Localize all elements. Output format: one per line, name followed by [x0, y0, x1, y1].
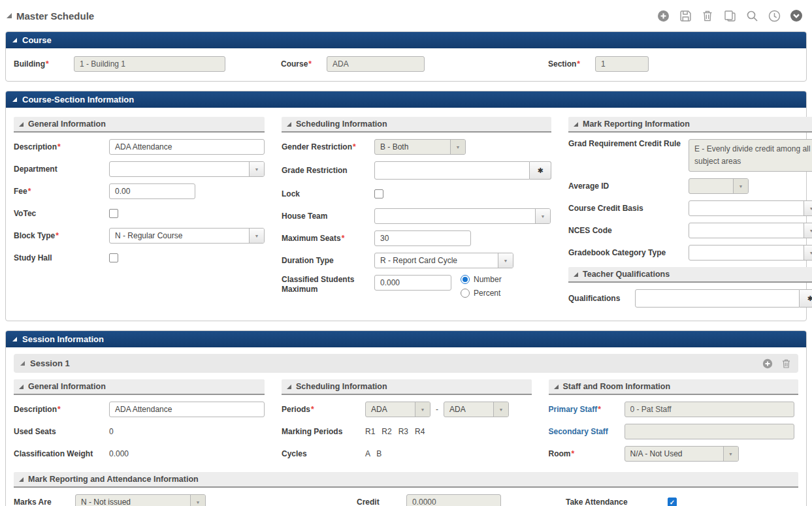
- votec-checkbox[interactable]: [109, 209, 118, 218]
- session-1-header[interactable]: Session 1: [14, 354, 798, 373]
- grade-restriction-label: Grade Restriction: [282, 166, 374, 176]
- course-input[interactable]: [327, 56, 425, 72]
- period-from-select[interactable]: ADA: [365, 402, 430, 417]
- collapse-triangle-icon: [12, 97, 17, 102]
- fee-input[interactable]: [109, 183, 195, 199]
- room-label: Room: [549, 449, 625, 459]
- course-panel: Course Building Course Section: [5, 31, 807, 82]
- mark-reporting-information-header[interactable]: Mark Reporting Information: [568, 117, 812, 133]
- average-id-select[interactable]: [689, 178, 749, 194]
- percent-radio[interactable]: [461, 289, 470, 298]
- used-seats-value: 0: [109, 427, 114, 436]
- building-input[interactable]: [74, 56, 225, 72]
- session-general-information-header[interactable]: General Information: [14, 379, 265, 395]
- search-button[interactable]: [745, 9, 758, 22]
- mark-reporting-column: Mark Reporting Information Grad Requirem…: [568, 113, 812, 314]
- gradebook-category-type-label: Gradebook Category Type: [568, 248, 689, 258]
- chevron-down-icon: [493, 402, 508, 417]
- history-button[interactable]: [768, 9, 781, 22]
- asterisk-picker-button[interactable]: [530, 161, 551, 180]
- lock-checkbox[interactable]: [374, 189, 383, 198]
- credit-label: Credit: [357, 498, 406, 506]
- block-type-label: Block Type: [14, 231, 109, 241]
- house-team-select[interactable]: [374, 208, 551, 224]
- session-information-panel: Session Information Session 1: [5, 330, 807, 506]
- scheduling-information-header[interactable]: Scheduling Information: [282, 117, 551, 133]
- classification-weight-value: 0.000: [109, 449, 129, 458]
- session-title: Session 1: [30, 358, 70, 368]
- study-hall-checkbox[interactable]: [109, 253, 118, 262]
- teacher-qualifications-header[interactable]: Teacher Qualifications: [568, 267, 812, 283]
- save-icon: [679, 10, 692, 22]
- cycles-values: A B: [365, 449, 382, 458]
- department-select[interactable]: [109, 161, 265, 177]
- general-information-header[interactable]: General Information: [14, 117, 265, 133]
- required-asterisk: [571, 449, 575, 458]
- number-radio[interactable]: [461, 275, 470, 284]
- maximum-seats-input[interactable]: [374, 230, 471, 246]
- required-asterisk: [45, 59, 49, 69]
- secondary-staff-input[interactable]: [625, 424, 794, 439]
- collapse-triangle-icon[interactable]: [7, 13, 12, 18]
- primary-staff-label[interactable]: Primary Staff: [549, 405, 625, 415]
- course-credit-basis-select[interactable]: [689, 200, 812, 216]
- add-session-button[interactable]: [762, 358, 773, 369]
- secondary-staff-label[interactable]: Secondary Staff: [549, 427, 625, 437]
- session-description-input[interactable]: [109, 402, 265, 417]
- collapse-all-button[interactable]: [790, 9, 803, 22]
- room-select[interactable]: N/A - Not Used: [625, 446, 739, 462]
- votec-label: VoTec: [14, 209, 109, 219]
- trash-icon: [781, 358, 791, 369]
- asterisk-picker-button[interactable]: [800, 289, 812, 308]
- classified-students-maximum-radio-group: Number Percent: [461, 275, 502, 298]
- marks-are-select[interactable]: N - Not issued: [75, 494, 206, 506]
- scheduling-information-column: Scheduling Information Gender Restrictio…: [282, 113, 551, 314]
- building-label: Building: [14, 59, 74, 69]
- period-to-select[interactable]: ADA: [444, 402, 509, 417]
- required-asterisk: [308, 59, 312, 69]
- take-attendance-checkbox[interactable]: [668, 498, 677, 506]
- gender-restriction-select[interactable]: B - Both: [374, 139, 466, 155]
- required-asterisk: [576, 59, 580, 69]
- mark-reporting-attendance-header[interactable]: Mark Reporting and Attendance Informatio…: [14, 472, 798, 488]
- house-team-label: House Team: [282, 212, 374, 221]
- chevron-down-icon: [450, 140, 465, 154]
- collapse-triangle-icon: [287, 385, 291, 389]
- qualifications-input[interactable]: [635, 289, 800, 308]
- block-type-select[interactable]: N - Regular Course: [109, 228, 265, 244]
- save-button[interactable]: [679, 9, 692, 22]
- used-seats-label: Used Seats: [14, 427, 109, 437]
- collapse-triangle-icon: [574, 272, 578, 277]
- staff-and-room-information-header[interactable]: Staff and Room Information: [549, 379, 799, 395]
- add-button[interactable]: [657, 9, 670, 22]
- delete-session-button[interactable]: [781, 358, 792, 369]
- session-scheduling-information-header[interactable]: Scheduling Information: [282, 379, 532, 395]
- classified-students-maximum-label: Classified Students Maximum: [282, 275, 374, 294]
- classified-students-maximum-input[interactable]: [374, 275, 451, 291]
- maximum-seats-label: Maximum Seats: [282, 234, 374, 244]
- description-input[interactable]: [109, 139, 265, 155]
- delete-button[interactable]: [701, 9, 714, 22]
- chevron-down-icon: [498, 253, 513, 268]
- nces-code-select[interactable]: [689, 223, 812, 238]
- copy-button[interactable]: [723, 9, 736, 22]
- average-id-label: Average ID: [568, 182, 689, 191]
- fee-label: Fee: [14, 187, 109, 197]
- duration-type-select[interactable]: R - Report Card Cycle: [374, 253, 513, 268]
- page-title: Master Schedule: [16, 10, 94, 22]
- search-icon: [746, 10, 758, 22]
- section-input[interactable]: [595, 56, 649, 72]
- session-information-panel-header[interactable]: Session Information: [6, 331, 806, 347]
- course-panel-header[interactable]: Course: [6, 32, 806, 48]
- title-bar: Master Schedule: [5, 5, 807, 31]
- grade-restriction-input[interactable]: [374, 161, 530, 180]
- course-label: Course: [281, 59, 327, 69]
- gradebook-category-type-select[interactable]: [689, 245, 812, 261]
- copy-icon: [724, 10, 736, 22]
- credit-input[interactable]: [406, 494, 501, 506]
- chevron-down-icon: [804, 245, 812, 260]
- primary-staff-input[interactable]: [625, 402, 794, 417]
- course-section-panel-header[interactable]: Course-Section Information: [6, 91, 806, 108]
- gender-restriction-label: Gender Restriction: [282, 142, 374, 152]
- duration-type-label: Duration Type: [282, 256, 374, 266]
